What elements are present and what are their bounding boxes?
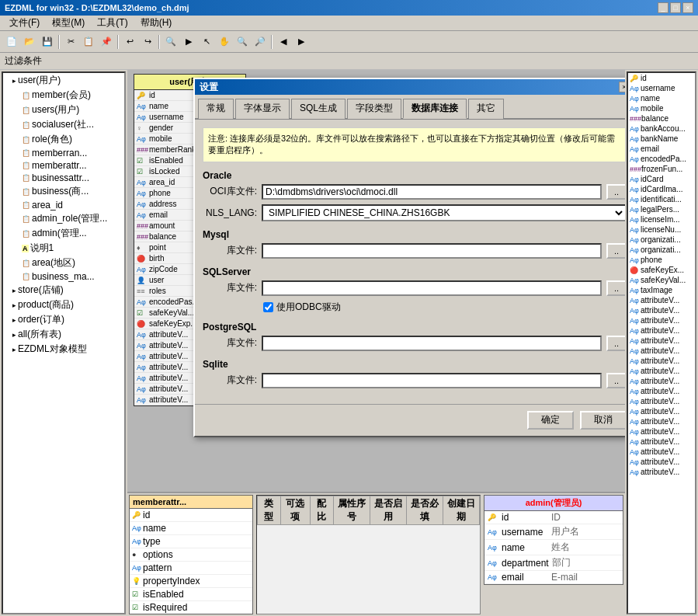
right-fields: 🔑idAφusernameAφnameAφmobile###balanceAφb… [628,73,695,477]
mysql-lib-row: 库文件: .. [203,243,625,259]
cut-button[interactable]: ✂ [62,33,79,50]
right-panel-field: AφattributeV... [628,346,695,356]
prev-button[interactable]: ◀ [275,33,292,50]
postgresql-lib-input[interactable] [262,336,602,351]
zoom-out-button[interactable]: 🔎 [252,33,269,50]
right-panel-field: AφattributeV... [628,315,695,325]
redo-button[interactable]: ↪ [139,33,156,50]
minimize-button[interactable]: _ [658,2,668,13]
find-button[interactable]: 🔍 [162,33,179,50]
tab-dbconnect[interactable]: 数据库连接 [403,99,467,119]
maximize-button[interactable]: □ [670,2,681,13]
right-panel-field: AφidCardIma... [628,184,695,194]
menu-help[interactable]: 帮助(H) [134,15,179,31]
toolbar: 📄 📂 💾 ✂ 📋 📌 ↩ ↪ 🔍 ▶ ↖ ✋ 🔍 🔎 ◀ ▶ [0,31,698,53]
tree-item[interactable]: ▸EZDML对象模型 [3,342,124,357]
right-panel-field: AφattributeV... [628,325,695,336]
right-panel-field: AφattributeV... [628,386,695,396]
tree-item[interactable]: 📋business_ma... [3,270,124,283]
tree-item[interactable]: ▸user(用户) [3,73,124,88]
tree-item[interactable]: A说明1 [3,241,124,256]
right-panel-field: AφattributeV... [628,366,695,376]
right-panel-field: AφattributeV... [628,396,695,406]
copy-button[interactable]: 📋 [80,33,97,50]
sqlserver-lib-label: 库文件: [203,281,257,294]
oracle-section: Oracle OCI库文件: .. NLS_LANG: SIMPLIFIED C… [203,170,625,221]
right-panel-field: Aφemail [628,144,695,154]
tree-item[interactable]: ▸order(订单) [3,312,124,327]
sqlite-browse-button[interactable]: .. [606,373,625,388]
tree-item[interactable]: 📋role(角色) [3,132,124,147]
col-required: 是否必填 [406,496,443,525]
right-panel: 🔑idAφusernameAφnameAφmobile###balanceAφb… [627,71,696,614]
arrow-tool[interactable]: ↖ [198,33,215,50]
mysql-lib-label: 库文件: [203,244,257,257]
menu-file[interactable]: 文件(F) [3,15,46,31]
tree-item[interactable]: ▸store(店铺) [3,283,124,298]
odbc-checkbox[interactable] [263,302,273,312]
save-button[interactable]: 💾 [39,33,56,50]
tab-other[interactable]: 其它 [468,99,504,119]
tree-item[interactable]: 📋area_id [3,199,124,211]
new-button[interactable]: 📄 [3,33,20,50]
tree-item[interactable]: 📋area(地区) [3,256,124,270]
right-panel-field: AφattributeV... [628,467,695,477]
nls-select[interactable]: SIMPLIFIED CHINESE_CHINA.ZHS16GBK [262,204,625,221]
right-panel-field: Aφorganizati... [628,245,695,255]
admin-fields: 🔑idIDAφusername用户名Aφname姓名Aφdepartment部门… [484,511,623,584]
toolbar-sep-4 [271,35,273,49]
tree-item[interactable]: 📋admin(管理... [3,226,124,241]
oci-browse-button[interactable]: .. [606,184,625,200]
postgresql-browse-button[interactable]: .. [606,336,625,351]
oci-label: OCI库文件: [203,185,257,198]
sqlserver-browse-button[interactable]: .. [606,280,625,296]
paste-button[interactable]: 📌 [98,33,115,50]
dialog-close-button[interactable]: × [619,82,625,92]
next-button[interactable]: ▶ [293,33,310,50]
menu-tools[interactable]: 工具(T) [91,15,134,31]
tree-item[interactable]: 📋admin_role(管理... [3,211,124,226]
right-panel-field: Aφname [628,93,695,103]
right-panel-field: ###frozenFun... [628,164,695,174]
tree-item[interactable]: 📋business(商... [3,184,124,199]
dialog-buttons: 确定 取消 [195,404,625,436]
run-button[interactable]: ▶ [180,33,197,50]
tree-item[interactable]: ▸all(所有表) [3,327,124,342]
right-panel-field: Aφmobile [628,103,695,113]
postgresql-lib-row: 库文件: .. [203,336,625,351]
open-button[interactable]: 📂 [21,33,38,50]
mysql-browse-button[interactable]: .. [606,243,625,259]
sqlite-lib-input[interactable] [262,373,602,388]
mysql-lib-input[interactable] [262,243,602,259]
tab-fieldtype[interactable]: 字段类型 [347,99,401,119]
diagram-area[interactable]: user(用户) 🔑idAφnameAφusername♀genderAφmob… [127,70,625,492]
tree-item[interactable]: 📋users(用户) [3,103,124,117]
menu-bar: 文件(F) 模型(M) 工具(T) 帮助(H) [0,16,698,31]
tab-sql[interactable]: SQL生成 [291,99,346,119]
tree-item[interactable]: 📋businessattr... [3,172,124,184]
main-content: ▸user(用户)📋member(会员)📋users(用户)📋socialuse… [0,70,698,616]
tab-font[interactable]: 字体显示 [235,99,290,119]
tree-item[interactable]: 📋member(会员) [3,88,124,103]
tree-item[interactable]: 📋socialuser(社... [3,117,124,132]
ok-button[interactable]: 确定 [527,411,574,430]
close-button[interactable]: × [682,2,693,13]
tab-general[interactable]: 常规 [198,99,234,119]
hand-tool[interactable]: ✋ [216,33,233,50]
app-title: EZDML for win32 - D:\EZDML32\demo_ch.dmj [5,3,189,12]
undo-button[interactable]: ↩ [121,33,138,50]
menu-model[interactable]: 模型(M) [46,15,91,31]
oci-row: OCI库文件: .. [203,184,625,200]
zoom-in-button[interactable]: 🔍 [234,33,251,50]
sqlserver-lib-input[interactable] [262,280,602,296]
col-pattern: 配比 [311,496,334,525]
tree-item[interactable]: ▸product(商品) [3,298,124,312]
tree-item[interactable]: 📋memberattr... [3,159,124,172]
right-panel-field: 🔴safeKeyEx... [628,265,695,275]
tree-item[interactable]: 📋memberran... [3,147,124,159]
filter-bar: 过滤条件 [0,53,698,70]
oci-input[interactable] [262,184,602,200]
title-bar-buttons: _ □ × [658,2,693,13]
left-panel: ▸user(用户)📋member(会员)📋users(用户)📋socialuse… [2,71,126,614]
cancel-button[interactable]: 取消 [580,411,625,430]
